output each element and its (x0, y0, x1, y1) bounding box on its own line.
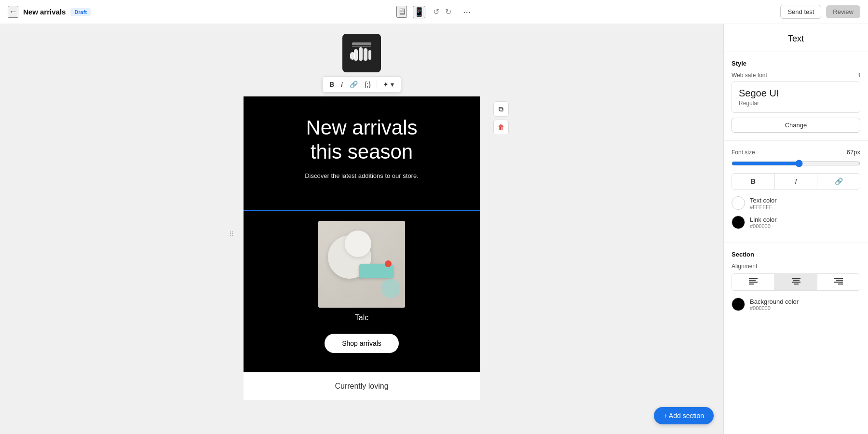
text-color-row: Text color #FFFFFF (732, 196, 860, 210)
send-test-button[interactable]: Send test (780, 5, 821, 19)
web-safe-font-label: Web safe font (732, 72, 767, 79)
main-layout: B I 🔗 {;} ✦ ▾ ⠿ ⧉ 🗑 New arrivalsthis sea… (0, 24, 868, 434)
svg-rect-7 (350, 52, 355, 60)
page-title: New arrivals (23, 8, 66, 16)
svg-rect-13 (793, 280, 800, 281)
background-color-row: Background color #000000 (732, 298, 860, 311)
svg-rect-10 (749, 282, 758, 283)
text-format-toolbar: B I 🔗 {;} ✦ ▾ (322, 76, 401, 93)
style-section-title: Style (732, 60, 860, 67)
align-right-button[interactable] (817, 274, 860, 290)
more-button[interactable]: ··· (459, 4, 475, 19)
email-canvas: New arrivalsthis season Discover the lat… (244, 96, 480, 372)
link-toolbar-button[interactable]: 🔗 (347, 79, 361, 90)
svg-rect-8 (749, 278, 758, 279)
email-heading[interactable]: New arrivalsthis season (258, 116, 465, 164)
section-actions: ⧉ 🗑 (493, 101, 509, 135)
svg-rect-12 (792, 278, 800, 279)
font-size-row: Font size 67px (732, 149, 860, 156)
font-size-slider[interactable] (732, 160, 860, 167)
alignment-buttons-group (732, 273, 860, 291)
email-subtext[interactable]: Discover the latest additions to our sto… (258, 172, 465, 179)
section-alignment-panel: Section Alignment Background color #0000 (724, 243, 868, 319)
link-format-button[interactable]: 🔗 (817, 174, 860, 189)
svg-rect-15 (794, 284, 799, 285)
bold-format-button[interactable]: B (732, 174, 775, 189)
topbar-right: Send test Review (780, 5, 860, 19)
email-hero-section: New arrivalsthis season Discover the lat… (244, 96, 480, 210)
svg-rect-4 (359, 47, 363, 61)
topbar-left: ← New arrivals Draft (8, 6, 91, 18)
currently-loving-section: Currently loving (244, 372, 480, 400)
text-color-swatch[interactable] (732, 196, 745, 210)
bold-toolbar-button[interactable]: B (326, 79, 337, 90)
svg-rect-9 (749, 280, 756, 281)
format-buttons-group: B I 🔗 (732, 173, 860, 190)
text-color-info: Text color #FFFFFF (750, 197, 777, 210)
panel-title: Text (724, 24, 868, 52)
undo-redo-group: ↺ ↻ (431, 5, 453, 18)
align-center-button[interactable] (775, 274, 818, 290)
svg-rect-17 (836, 280, 843, 281)
link-color-swatch[interactable] (732, 216, 745, 229)
duplicate-section-button[interactable]: ⧉ (493, 101, 509, 117)
email-logo-image (342, 34, 381, 72)
shop-arrivals-button[interactable]: Shop arrivals (325, 334, 399, 353)
link-color-hex: #000000 (750, 223, 777, 229)
font-name: Segoe UI (739, 88, 853, 99)
svg-rect-18 (834, 282, 843, 283)
redo-button[interactable]: ↻ (443, 5, 453, 18)
svg-rect-11 (749, 284, 754, 285)
font-size-section: Font size 67px B I 🔗 Text color #FFFFFF (724, 141, 868, 243)
toolbar-divider (377, 80, 377, 89)
add-section-button[interactable]: + Add section (654, 407, 714, 424)
italic-format-button[interactable]: I (775, 174, 818, 189)
canvas-area: B I 🔗 {;} ✦ ▾ ⠿ ⧉ 🗑 New arrivalsthis sea… (0, 24, 723, 434)
text-color-hex: #FFFFFF (750, 204, 777, 210)
link-color-row: Link color #000000 (732, 216, 860, 229)
svg-rect-6 (368, 50, 371, 60)
alignment-label: Alignment (732, 263, 860, 270)
text-color-label: Text color (750, 197, 777, 204)
code-toolbar-button[interactable]: {;} (362, 79, 374, 90)
mobile-icon[interactable]: 📱 (413, 6, 425, 18)
back-button[interactable]: ← (8, 6, 18, 18)
email-canvas-wrapper: ⠿ ⧉ 🗑 New arrivalsthis season Discover t… (244, 96, 480, 372)
topbar-center: 🖥 📱 ↺ ↻ ··· (396, 4, 475, 19)
change-font-button[interactable]: Change (732, 118, 860, 133)
svg-rect-19 (838, 284, 843, 285)
link-color-label: Link color (750, 216, 777, 223)
review-button[interactable]: Review (826, 5, 860, 18)
right-panel: Text Style Web safe font ℹ Segoe UI Regu… (723, 24, 868, 434)
paint-toolbar-button[interactable]: ✦ ▾ (380, 79, 397, 90)
drag-handle[interactable]: ⠿ (229, 231, 234, 238)
svg-rect-16 (834, 278, 843, 279)
info-icon: ℹ (858, 72, 860, 79)
font-display-box: Segoe UI Regular (732, 81, 860, 113)
font-size-label: Font size (732, 149, 755, 156)
topbar: ← New arrivals Draft 🖥 📱 ↺ ↻ ··· Send te… (0, 0, 868, 24)
background-color-swatch[interactable] (732, 298, 745, 311)
desktop-icon[interactable]: 🖥 (396, 6, 407, 18)
align-left-button[interactable] (732, 274, 775, 290)
font-size-value: 67px (847, 149, 860, 156)
draft-badge: Draft (70, 8, 91, 16)
style-section: Style Web safe font ℹ Segoe UI Regular C… (724, 52, 868, 141)
svg-rect-2 (352, 46, 371, 47)
font-label-row: Web safe font ℹ (732, 72, 860, 79)
product-name: Talc (355, 313, 368, 322)
product-image[interactable] (318, 221, 405, 308)
currently-loving-text: Currently loving (335, 382, 388, 390)
undo-button[interactable]: ↺ (431, 5, 441, 18)
background-color-info: Background color #000000 (750, 298, 799, 311)
section-panel-title: Section (732, 251, 860, 258)
delete-section-button[interactable]: 🗑 (493, 120, 509, 135)
italic-toolbar-button[interactable]: I (338, 79, 346, 90)
link-color-info: Link color #000000 (750, 216, 777, 229)
svg-rect-14 (792, 282, 800, 283)
svg-rect-5 (364, 48, 367, 61)
background-color-label: Background color (750, 298, 799, 305)
email-product-section: Talc Shop arrivals (244, 211, 480, 372)
font-style: Regular (739, 100, 853, 107)
svg-rect-1 (352, 42, 371, 45)
